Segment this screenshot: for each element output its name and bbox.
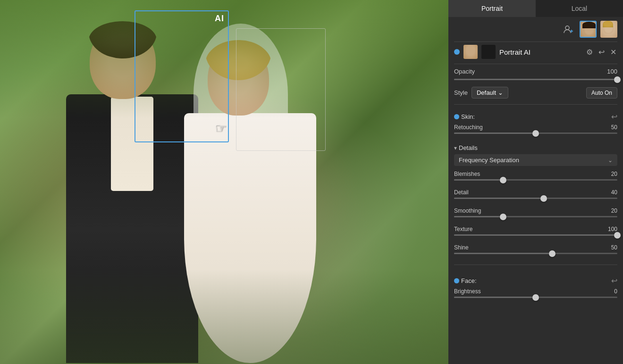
smoothing-value: 20 (611, 207, 617, 214)
smoothing-container: Smoothing 20 (454, 207, 617, 225)
add-person-button[interactable] (560, 22, 576, 36)
layer-thumb-face (463, 45, 478, 59)
ai-label: AI (215, 14, 224, 24)
freq-sep-label: Frequency Separation (459, 157, 606, 164)
detail-slider[interactable] (454, 198, 617, 199)
bride-selection-box[interactable] (236, 28, 326, 151)
person-thumb-1[interactable] (580, 21, 597, 38)
details-toggle[interactable]: ▾ Details (454, 141, 617, 154)
skin-reset-button[interactable]: ↩ (611, 112, 617, 121)
shine-value: 50 (611, 244, 617, 251)
divider-4 (454, 265, 617, 265)
brightness-label: Brightness (454, 288, 481, 295)
face-section-header: Face: ↩ (454, 272, 617, 287)
shine-slider[interactable] (454, 253, 617, 254)
blemishes-slider[interactable] (454, 179, 617, 181)
layer-row: Portrait AI ⚙ ↩ ✕ (448, 42, 623, 64)
detail-value: 40 (611, 189, 617, 196)
brightness-container: Brightness 0 (454, 287, 617, 306)
opacity-label: Opacity (454, 68, 482, 75)
style-value: Default (477, 89, 496, 96)
freq-sep-chevron-icon: ⌄ (608, 157, 613, 164)
texture-label: Texture (454, 226, 472, 232)
freq-sep-row[interactable]: Frequency Separation ⌄ (454, 154, 617, 166)
face-reset-button[interactable]: ↩ (611, 276, 617, 285)
opacity-row: Opacity 100 (454, 64, 617, 77)
details-label: Details (459, 144, 478, 151)
style-dropdown[interactable]: Default ⌄ (471, 87, 508, 99)
svg-point-0 (565, 26, 569, 30)
layer-active-dot (454, 49, 460, 55)
toolbar-row (448, 17, 623, 41)
blemishes-value: 20 (611, 171, 617, 177)
brightness-slider[interactable] (454, 297, 617, 298)
brightness-value: 0 (614, 288, 617, 295)
cursor-pointer: ☞ (215, 120, 227, 136)
shine-label: Shine (454, 244, 469, 251)
skin-section-header: Skin: ↩ (454, 108, 617, 123)
close-button[interactable]: ✕ (609, 47, 617, 58)
details-chevron-icon: ▾ (454, 145, 457, 151)
shine-container: Shine 50 (454, 243, 617, 262)
texture-slider[interactable] (454, 234, 617, 236)
layer-name: Portrait AI (499, 48, 581, 56)
skin-dot (454, 114, 459, 119)
style-row: Style Default ⌄ Auto On (454, 84, 617, 101)
retouching-container: Retouching 50 (454, 123, 617, 141)
face-dot (454, 278, 459, 283)
right-panel: Portrait Local (448, 0, 623, 364)
detail-container: Detail 40 (454, 188, 617, 207)
blemishes-container: Blemishes 20 (454, 170, 617, 188)
smoothing-slider[interactable] (454, 216, 617, 217)
tab-local[interactable]: Local (536, 0, 623, 17)
divider-3 (454, 104, 617, 105)
layer-thumb-dark (481, 45, 496, 59)
person-thumb-2[interactable] (600, 21, 617, 38)
opacity-value: 100 (603, 68, 617, 75)
chevron-down-icon: ⌄ (498, 89, 503, 96)
face-label: Face: (461, 277, 477, 284)
reset-button[interactable]: ↩ (598, 47, 606, 58)
skin-label: Skin: (461, 113, 475, 120)
panel-content[interactable]: Opacity 100 Style Default ⌄ Auto On Skin… (448, 64, 623, 364)
face-section: Face: ↩ Brightness 0 (454, 268, 617, 309)
auto-on-button[interactable]: Auto On (586, 87, 617, 99)
smoothing-label: Smoothing (454, 207, 481, 214)
blemishes-label: Blemishes (454, 171, 480, 177)
gear-button[interactable]: ⚙ (585, 47, 594, 58)
photo-canvas: AI ☞ (0, 0, 448, 364)
layer-icons: ⚙ ↩ ✕ (585, 47, 617, 58)
retouching-slider[interactable] (454, 132, 617, 134)
detail-label: Detail (454, 189, 469, 196)
tab-bar: Portrait Local (448, 0, 623, 17)
tab-portrait[interactable]: Portrait (448, 0, 536, 17)
retouching-value: 50 (611, 124, 617, 131)
style-label: Style (454, 89, 468, 96)
texture-container: Texture 100 (454, 225, 617, 243)
opacity-slider[interactable] (454, 79, 617, 80)
retouching-label: Retouching (454, 124, 483, 131)
